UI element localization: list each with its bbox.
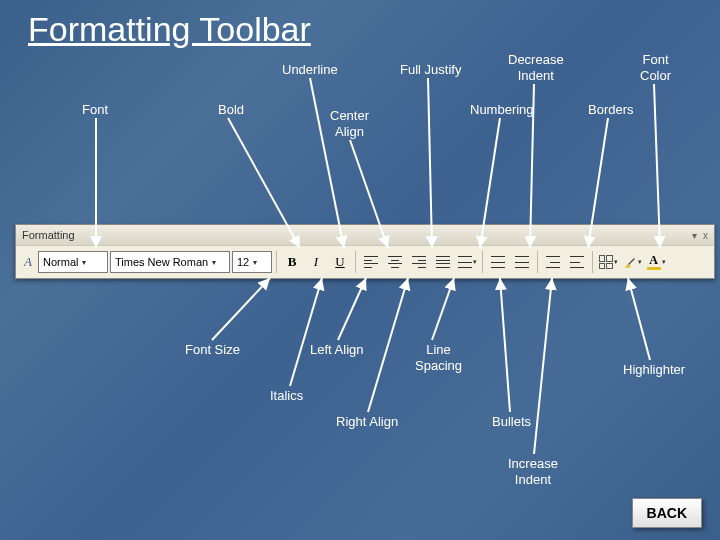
toolbar-window-controls: ▾ x xyxy=(692,230,708,241)
bullets-icon xyxy=(515,256,529,268)
svg-line-16 xyxy=(628,278,650,360)
label-font: Font xyxy=(82,102,108,118)
increase-indent-icon xyxy=(570,256,584,268)
label-font-color: FontColor xyxy=(640,52,671,83)
label-borders: Borders xyxy=(588,102,634,118)
font-size-dropdown[interactable]: 12▾ xyxy=(232,251,272,273)
svg-line-9 xyxy=(212,278,270,340)
formatting-toolbar: Formatting ▾ x A Normal▾ Times New Roman… xyxy=(15,224,715,279)
svg-line-10 xyxy=(290,278,322,386)
numbering-button[interactable] xyxy=(487,251,509,273)
align-left-icon xyxy=(364,256,378,268)
align-right-icon xyxy=(412,256,426,268)
highlighter-button[interactable]: ▾ xyxy=(621,251,643,273)
style-icon[interactable]: A xyxy=(20,254,36,270)
label-increase-indent: IncreaseIndent xyxy=(508,456,558,487)
decrease-indent-button[interactable] xyxy=(542,251,564,273)
label-bullets: Bullets xyxy=(492,414,531,430)
label-full-justify: Full Justify xyxy=(400,62,461,78)
svg-line-4 xyxy=(428,78,432,248)
underline-button[interactable]: U xyxy=(329,251,351,273)
svg-line-13 xyxy=(432,278,454,340)
align-left-button[interactable] xyxy=(360,251,382,273)
label-font-size: Font Size xyxy=(185,342,240,358)
bullets-button[interactable] xyxy=(511,251,533,273)
label-line-spacing: LineSpacing xyxy=(415,342,462,373)
font-color-button[interactable]: A ▾ xyxy=(645,251,667,273)
label-italics: Italics xyxy=(270,388,303,404)
label-center-align: CenterAlign xyxy=(330,108,369,139)
svg-line-11 xyxy=(338,278,366,340)
font-dropdown[interactable]: Times New Roman▾ xyxy=(110,251,230,273)
bold-button[interactable]: B xyxy=(281,251,303,273)
align-center-button[interactable] xyxy=(384,251,406,273)
line-spacing-button[interactable]: ▾ xyxy=(456,251,478,273)
svg-line-2 xyxy=(310,78,344,248)
style-dropdown[interactable]: Normal▾ xyxy=(38,251,108,273)
line-spacing-icon xyxy=(458,256,472,268)
label-decrease-indent: DecreaseIndent xyxy=(508,52,564,83)
back-button[interactable]: BACK xyxy=(632,498,702,528)
borders-icon xyxy=(599,255,613,269)
label-left-align: Left Align xyxy=(310,342,364,358)
toolbar-close-icon[interactable]: x xyxy=(703,230,708,241)
align-center-icon xyxy=(388,256,402,268)
toolbar-header-label: Formatting xyxy=(22,229,75,241)
align-justify-icon xyxy=(436,256,450,268)
increase-indent-button[interactable] xyxy=(566,251,588,273)
decrease-indent-icon xyxy=(546,256,560,268)
page-title: Formatting Toolbar xyxy=(28,10,311,49)
align-justify-button[interactable] xyxy=(432,251,454,273)
font-color-icon: A xyxy=(647,254,661,270)
numbering-icon xyxy=(491,256,505,268)
borders-button[interactable]: ▾ xyxy=(597,251,619,273)
toolbar-menu-icon[interactable]: ▾ xyxy=(692,230,697,241)
italic-button[interactable]: I xyxy=(305,251,327,273)
svg-line-15 xyxy=(534,278,552,454)
svg-line-12 xyxy=(368,278,408,412)
label-bold: Bold xyxy=(218,102,244,118)
label-right-align: Right Align xyxy=(336,414,398,430)
align-right-button[interactable] xyxy=(408,251,430,273)
highlighter-icon xyxy=(623,255,637,269)
svg-line-14 xyxy=(500,278,510,412)
toolbar-row: A Normal▾ Times New Roman▾ 12▾ B I U xyxy=(16,245,714,278)
toolbar-header-row: Formatting ▾ x xyxy=(16,225,714,245)
label-underline: Underline xyxy=(282,62,338,78)
label-numbering: Numbering xyxy=(470,102,534,118)
label-highlighter: Highlighter xyxy=(623,362,685,378)
